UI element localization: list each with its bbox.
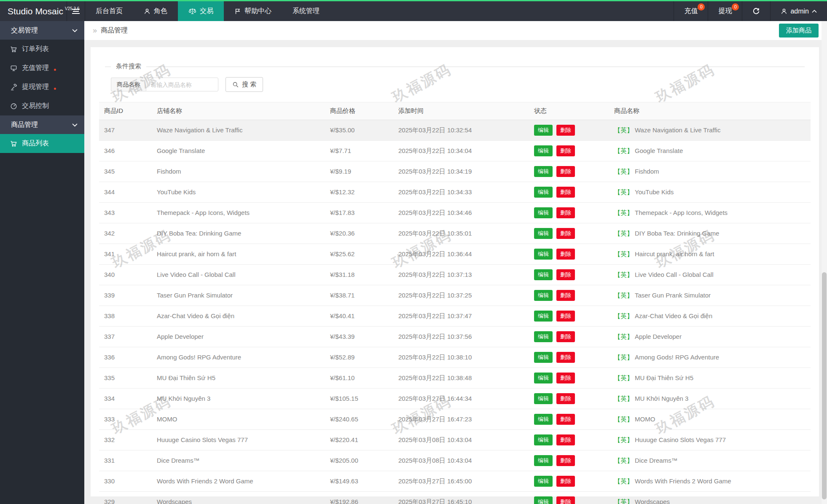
price-cell: ¥/$105.15 [325,389,393,409]
table-row: 333MOMO¥/$240.652025年03月27日 16:47:23编辑删除… [99,409,811,430]
edit-button[interactable]: 编辑 [534,373,553,383]
sidebar-item-trade-control[interactable]: 交易控制 [0,97,84,115]
delete-button[interactable]: 删除 [556,393,575,404]
product-id-cell: 330 [99,471,152,492]
add-time-cell: 2025年03月08日 10:43:04 [393,450,529,471]
edit-button[interactable]: 编辑 [534,269,553,280]
edit-button[interactable]: 编辑 [534,455,553,466]
status-cell: 编辑删除 [529,430,609,450]
edit-button[interactable]: 编辑 [534,414,553,425]
nav-item-roles[interactable]: 角色 [133,1,178,21]
product-name-text: Live Video Call - Global Call [635,271,713,278]
edit-button[interactable]: 编辑 [534,187,553,198]
delete-button[interactable]: 删除 [556,125,575,136]
delete-button[interactable]: 删除 [556,228,575,239]
edit-button[interactable]: 编辑 [534,228,553,239]
delete-button[interactable]: 删除 [556,290,575,301]
nav-item-help-center[interactable]: 帮助中心 [224,1,282,21]
edit-button[interactable]: 编辑 [534,434,553,445]
delete-button[interactable]: 删除 [556,476,575,487]
status-cell: 编辑删除 [529,368,609,389]
delete-button[interactable]: 删除 [556,145,575,156]
sidebar-group-product-management[interactable]: 商品管理 [0,115,84,134]
product-name-cell: 【英】Live Video Call - Global Call [609,265,811,285]
delete-button[interactable]: 删除 [556,331,575,342]
delete-button[interactable]: 删除 [556,187,575,198]
delete-button[interactable]: 删除 [556,352,575,363]
edit-button[interactable]: 编辑 [534,166,553,177]
user-menu[interactable]: admin [770,1,827,21]
edit-button[interactable]: 编辑 [534,207,553,218]
person-icon [144,8,150,15]
recharge-button[interactable]: 充值 0 [674,1,708,21]
language-tag: 【英】 [614,477,633,485]
product-id-cell: 343 [99,203,152,223]
add-product-button[interactable]: 添加商品 [779,24,819,38]
delete-button[interactable]: 删除 [556,166,575,177]
sidebar-item-withdraw-management[interactable]: 提现管理 [0,78,84,97]
shop-name-cell: Dice Dreams™ [152,450,325,471]
double-arrow-icon: » [93,26,97,35]
table-row: 337Apple Developer¥/$43.392025年03月22日 10… [99,327,811,347]
edit-button[interactable]: 编辑 [534,496,553,504]
delete-button[interactable]: 删除 [556,249,575,260]
refresh-button[interactable] [742,1,770,21]
delete-button[interactable]: 删除 [556,455,575,466]
col-header-status: 状态 [529,102,609,120]
sidebar-item-recharge-management[interactable]: 充值管理 [0,59,84,78]
app-logo: Studio Mosaic V25.3.6 [0,1,67,21]
delete-button[interactable]: 删除 [556,269,575,280]
vertical-scrollbar[interactable] [822,21,827,504]
add-time-cell: 2025年03月22日 10:37:25 [393,285,529,306]
product-name-cell: 【英】DIY Boba Tea: Drinking Game [609,223,811,244]
nav-item-system[interactable]: 系统管理 [282,1,330,21]
gauge-icon [10,103,17,110]
sidebar-item-product-list[interactable]: 商品列表 [0,134,84,153]
product-name-cell: 【英】Apple Developer [609,327,811,347]
withdraw-button[interactable]: 提现 0 [708,1,742,21]
flag-icon [234,8,241,15]
search-button[interactable]: 搜 索 [226,77,263,92]
edit-button[interactable]: 编辑 [534,125,553,136]
product-name-cell: 【英】YouTube Kids [609,182,811,203]
product-name-cell: 【英】MOMO [609,409,811,430]
shop-name-cell: Wordscapes [152,492,325,504]
delete-button[interactable]: 删除 [556,207,575,218]
hamburger-icon [72,8,80,14]
product-name-text: Fishdom [635,168,659,175]
scrollbar-thumb[interactable] [822,272,827,499]
edit-button[interactable]: 编辑 [534,393,553,404]
product-name-text: Wordscapes [635,498,670,504]
nav-item-trade[interactable]: 交易 [178,1,224,21]
edit-button[interactable]: 编辑 [534,311,553,322]
delete-button[interactable]: 删除 [556,414,575,425]
delete-button[interactable]: 删除 [556,311,575,322]
sidebar-item-order-list[interactable]: 订单列表 [0,40,84,59]
shop-name-cell: Azar-Chat Video & Gọi điện [152,306,325,327]
edit-button[interactable]: 编辑 [534,476,553,487]
edit-button[interactable]: 编辑 [534,249,553,260]
edit-button[interactable]: 编辑 [534,331,553,342]
col-header-product-id: 商品ID [99,102,152,120]
table-header: 商品ID 店铺名称 商品价格 添加时间 状态 商品名称 [99,102,811,120]
table-row: 344YouTube Kids¥/$12.322025年03月22日 10:34… [99,182,811,203]
product-id-cell: 341 [99,244,152,265]
nav-item-dashboard[interactable]: 后台首页 [85,1,133,21]
product-id-cell: 337 [99,327,152,347]
language-tag: 【英】 [614,147,633,154]
edit-button[interactable]: 编辑 [534,352,553,363]
edit-button[interactable]: 编辑 [534,290,553,301]
edit-button[interactable]: 编辑 [534,145,553,156]
price-cell: ¥/$149.63 [325,471,393,492]
delete-button[interactable]: 删除 [556,434,575,445]
delete-button[interactable]: 删除 [556,496,575,504]
table-row: 336Among Gods! RPG Adventure¥/$52.892025… [99,347,811,368]
product-name-input[interactable] [146,78,218,91]
hamburger-menu-button[interactable] [67,1,85,21]
delete-button[interactable]: 删除 [556,373,575,383]
status-cell: 编辑删除 [529,161,609,182]
sidebar-group-trade-management[interactable]: 交易管理 [0,21,84,40]
product-name-cell: 【英】Huuuge Casino Slots Vegas 777 [609,430,811,450]
page-title: 商品管理 [101,26,128,35]
scales-icon [188,8,196,15]
